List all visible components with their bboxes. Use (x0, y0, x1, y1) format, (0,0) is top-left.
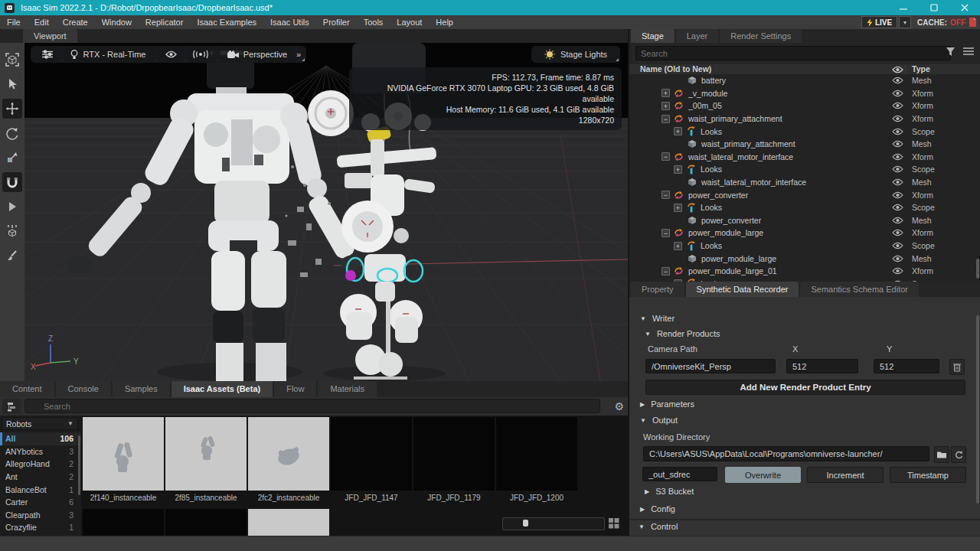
browse-folder-icon[interactable] (934, 446, 949, 463)
asset-thumbnail-partial[interactable] (248, 509, 329, 536)
filter-icon[interactable] (946, 47, 956, 57)
menu-create[interactable]: Create (56, 15, 95, 29)
camera-selector[interactable]: Perspective (213, 46, 302, 63)
visibility-eye-icon[interactable] (890, 217, 904, 224)
gear-settings-icon[interactable]: ⚙ (614, 399, 624, 414)
overwrite-mode-button[interactable]: Overwrite (725, 467, 801, 483)
thumbnail-size-slider[interactable] (502, 517, 605, 530)
menu-tools[interactable]: Tools (357, 15, 390, 29)
timestamp-mode-button[interactable]: Timestamp (890, 467, 966, 483)
section-control[interactable]: ▼Control (639, 522, 678, 531)
stage-column-header[interactable]: Name (Old to New) Type (629, 64, 980, 74)
category-crazyflie[interactable]: Crazyflie1 (0, 521, 81, 534)
menu-help[interactable]: Help (429, 15, 460, 29)
tree-view-toggle-icon[interactable] (2, 399, 21, 414)
asset-thumbnail-partial[interactable] (83, 509, 164, 536)
stage-lights-selector[interactable]: Stage Lights (531, 46, 620, 63)
stage-row[interactable]: +_00m_05Xform (629, 99, 980, 112)
visibility-eye-icon[interactable] (890, 242, 904, 249)
visibility-eye-icon[interactable] (890, 191, 904, 199)
section-output[interactable]: ▼Output (640, 416, 678, 425)
visibility-eye-icon[interactable] (890, 128, 904, 135)
tab-stage[interactable]: Stage (631, 29, 675, 43)
tab-property[interactable]: Property (631, 282, 684, 297)
visibility-eye-icon[interactable] (890, 204, 904, 211)
expander-icon[interactable]: + (662, 89, 670, 97)
stage-row[interactable]: −power_converterXform (629, 188, 980, 201)
output-folder-name-input[interactable] (642, 467, 717, 481)
expander-icon[interactable]: − (662, 229, 670, 237)
snap-magnet-tool[interactable] (2, 172, 22, 192)
asset-thumbnail[interactable] (331, 417, 412, 491)
tab-render-settings[interactable]: Render Settings (720, 29, 802, 43)
expander-icon[interactable]: + (674, 165, 682, 174)
toolbar-expand-chevrons[interactable]: » (291, 46, 306, 63)
category-ant[interactable]: Ant2 (0, 471, 81, 484)
menu-profiler[interactable]: Profiler (316, 15, 357, 29)
column-visibility-eye-icon[interactable] (890, 66, 904, 73)
stage-row[interactable]: −waist_lateral_motor_interfaceXform (629, 151, 980, 164)
live-sync-button[interactable]: LIVE (861, 16, 897, 28)
visibility-eye-icon[interactable] (890, 165, 904, 173)
category-anybotics[interactable]: ANYbotics3 (0, 445, 81, 458)
stage-row[interactable]: +LooksScope (629, 125, 980, 138)
tab-console[interactable]: Console (56, 381, 111, 397)
category-carter[interactable]: Carter6 (0, 496, 81, 509)
column-name[interactable]: Name (Old to New) (640, 64, 711, 73)
menu-file[interactable]: File (0, 15, 28, 29)
stage-row[interactable]: −power_module_largeXform (629, 227, 980, 240)
visibility-eye-icon[interactable] (890, 153, 904, 161)
menu-isaac-utils[interactable]: Isaac Utils (263, 15, 316, 29)
delete-entry-button[interactable] (949, 359, 965, 375)
stage-row[interactable]: power_module_largeMesh (629, 252, 980, 265)
visibility-eye-icon[interactable] (890, 229, 904, 236)
section-writer[interactable]: ▼Writer (640, 314, 675, 323)
asset-thumbnail[interactable] (248, 417, 329, 491)
expander-icon[interactable]: − (662, 115, 670, 123)
maximize-button[interactable] (919, 0, 949, 15)
visibility-eye-icon[interactable] (890, 178, 904, 186)
move-tool[interactable] (2, 99, 22, 119)
live-dropdown[interactable]: ▾ (899, 16, 911, 28)
visibility-eye-icon[interactable] (890, 115, 904, 122)
category-clearpath[interactable]: Clearpath3 (0, 509, 81, 522)
asset-thumbnail-partial[interactable] (165, 509, 247, 536)
frame-select-tool[interactable] (2, 50, 22, 70)
category-dropdown[interactable]: Robots ▼ (2, 417, 78, 430)
stage-row[interactable]: batteryMesh (629, 74, 980, 87)
renderer-selector[interactable]: RTX - Real-Time (57, 46, 159, 63)
category-allegrohand[interactable]: AllegroHand2 (0, 458, 81, 471)
category-scrollbar[interactable] (78, 435, 80, 495)
visibility-eye-icon[interactable] (890, 267, 904, 275)
tab-viewport[interactable]: Viewport (23, 29, 77, 43)
working-directory-input[interactable] (643, 446, 929, 461)
close-button[interactable] (949, 0, 980, 15)
expander-icon[interactable]: − (662, 152, 670, 161)
stage-row[interactable]: +LooksScope (629, 201, 980, 214)
visibility-eye-icon[interactable] (890, 90, 904, 97)
title-bar[interactable]: Isaac Sim 2022.2.1 - D:/Robot/DrpopbearI… (0, 0, 980, 15)
stage-row[interactable]: +LooksScope (629, 240, 980, 253)
menu-window[interactable]: Window (95, 15, 139, 29)
expander-icon[interactable]: + (674, 127, 682, 135)
x-input[interactable] (786, 359, 858, 373)
select-tool[interactable] (2, 74, 22, 94)
rotate-tool[interactable] (2, 123, 22, 143)
stage-row[interactable]: +LooksScope (629, 163, 980, 176)
grid-view-icon[interactable] (608, 517, 619, 529)
menu-layout[interactable]: Layout (390, 15, 429, 29)
stage-row[interactable]: −waist_primary_attachmentXform (629, 112, 980, 126)
section-parameters[interactable]: ▶Parameters (640, 399, 694, 409)
tab-semantics-schema-editor[interactable]: Semantics Schema Editor (800, 282, 919, 297)
asset-search-input[interactable] (24, 399, 600, 413)
expander-icon[interactable]: + (674, 204, 682, 212)
column-type[interactable]: Type (912, 64, 930, 73)
stage-row[interactable]: waist_primary_attachmentMesh (629, 138, 980, 151)
stage-row[interactable]: +_v_moduleXform (629, 87, 980, 100)
increment-mode-button[interactable]: Increment (807, 467, 884, 483)
minimize-button[interactable] (888, 0, 919, 15)
asset-thumbnail[interactable] (83, 417, 164, 491)
section-config[interactable]: ▶Config (640, 504, 675, 514)
menu-edit[interactable]: Edit (28, 15, 56, 29)
y-input[interactable] (874, 359, 939, 373)
